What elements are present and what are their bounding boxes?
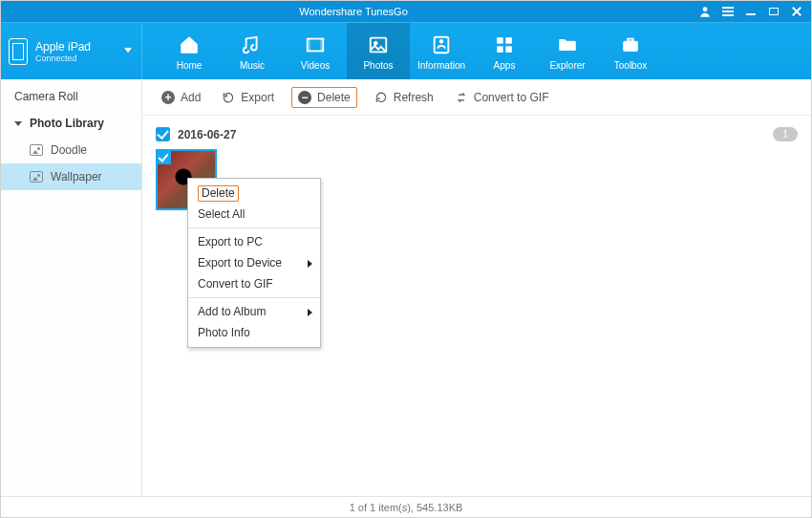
minimize-button[interactable] xyxy=(744,5,758,18)
ctx-select-all[interactable]: Select All xyxy=(188,204,320,225)
export-icon xyxy=(222,91,235,104)
svg-rect-2 xyxy=(308,38,310,51)
sidebar-item-camera-roll[interactable]: Camera Roll xyxy=(1,83,141,110)
sidebar-item-label: Doodle xyxy=(51,143,87,157)
svg-rect-9 xyxy=(506,37,512,43)
group-count-badge: 1 xyxy=(773,127,798,141)
ctx-delete[interactable]: Delete xyxy=(188,183,320,204)
sidebar: Camera Roll Photo Library Doodle Wallpap… xyxy=(1,79,142,496)
convert-gif-button[interactable]: Convert to GIF xyxy=(451,87,553,108)
ctx-convert-gif[interactable]: Convert to GIF xyxy=(188,273,320,294)
apps-icon xyxy=(494,32,515,57)
svg-rect-3 xyxy=(321,38,324,51)
menu-icon[interactable] xyxy=(721,5,735,18)
ctx-separator xyxy=(188,227,320,228)
device-selector[interactable]: Apple iPad Connected xyxy=(1,23,142,79)
status-bar: 1 of 1 item(s), 545.13KB xyxy=(1,496,811,517)
nav-home[interactable]: Home xyxy=(158,23,221,79)
sidebar-item-wallpaper[interactable]: Wallpaper xyxy=(1,163,141,190)
svg-rect-11 xyxy=(506,46,512,52)
nav-toolbox[interactable]: Toolbox xyxy=(599,23,662,79)
nav-photos[interactable]: Photos xyxy=(347,23,410,79)
group-checkbox[interactable] xyxy=(156,127,170,141)
title-bar: Wondershare TunesGo xyxy=(1,1,811,22)
device-status: Connected xyxy=(35,54,91,63)
device-icon xyxy=(9,38,28,65)
svg-point-5 xyxy=(374,41,377,45)
sidebar-item-photo-library[interactable]: Photo Library xyxy=(1,110,141,137)
album-icon xyxy=(30,171,43,183)
app-title: Wondershare TunesGo xyxy=(299,6,408,17)
refresh-button[interactable]: Refresh xyxy=(371,87,438,108)
ctx-photo-info[interactable]: Photo Info xyxy=(188,322,320,343)
minus-icon: − xyxy=(298,91,311,104)
nav-information[interactable]: Information xyxy=(410,23,473,79)
submenu-arrow-icon xyxy=(308,309,312,316)
svg-rect-8 xyxy=(498,37,503,43)
sidebar-item-doodle[interactable]: Doodle xyxy=(1,137,141,163)
close-button[interactable] xyxy=(790,5,803,18)
ctx-separator xyxy=(188,297,320,298)
group-date-label: 2016-06-27 xyxy=(178,128,236,141)
information-icon xyxy=(431,32,452,57)
main-nav: Home Music Videos Photos Information xyxy=(142,23,811,79)
svg-rect-12 xyxy=(624,41,638,51)
sidebar-item-label: Wallpaper xyxy=(51,170,102,183)
sidebar-item-label: Camera Roll xyxy=(14,90,78,103)
status-text: 1 of 1 item(s), 545.13KB xyxy=(350,502,463,513)
nav-videos[interactable]: Videos xyxy=(284,23,347,79)
nav-apps[interactable]: Apps xyxy=(473,23,536,79)
toolbox-icon xyxy=(620,32,641,57)
svg-rect-13 xyxy=(628,38,633,41)
svg-point-7 xyxy=(439,39,443,43)
submenu-arrow-icon xyxy=(308,260,312,268)
export-button[interactable]: Export xyxy=(218,87,278,108)
videos-icon xyxy=(305,32,326,57)
nav-music[interactable]: Music xyxy=(221,23,284,79)
music-icon xyxy=(242,32,263,57)
thumbnail-selected-check-icon xyxy=(158,151,171,164)
plus-icon: + xyxy=(161,91,175,104)
nav-explorer[interactable]: Explorer xyxy=(536,23,599,79)
delete-button[interactable]: − Delete xyxy=(291,87,357,108)
add-button[interactable]: + Add xyxy=(158,87,204,108)
main-header: Apple iPad Connected Home Music Videos xyxy=(1,22,811,79)
photo-group-header: 2016-06-27 1 xyxy=(156,123,798,149)
explorer-icon xyxy=(557,32,578,57)
ctx-export-pc[interactable]: Export to PC xyxy=(188,231,320,252)
device-dropdown-arrow-icon xyxy=(124,48,132,53)
convert-icon xyxy=(455,91,468,104)
refresh-icon xyxy=(374,91,388,104)
context-menu: Delete Select All Export to PC Export to… xyxy=(187,178,321,348)
ctx-export-device[interactable]: Export to Device xyxy=(188,252,320,273)
svg-point-0 xyxy=(703,7,708,11)
user-icon[interactable] xyxy=(698,5,712,18)
device-name: Apple iPad xyxy=(35,40,91,54)
maximize-button[interactable] xyxy=(767,5,780,18)
album-icon xyxy=(30,144,43,156)
svg-rect-10 xyxy=(498,46,503,52)
toolbar: + Add Export − Delete Refresh Convert to… xyxy=(142,79,811,116)
collapse-icon xyxy=(14,121,22,126)
photos-icon xyxy=(368,32,389,57)
home-icon xyxy=(179,32,200,57)
sidebar-item-label: Photo Library xyxy=(30,117,104,130)
ctx-add-album[interactable]: Add to Album xyxy=(188,301,320,322)
